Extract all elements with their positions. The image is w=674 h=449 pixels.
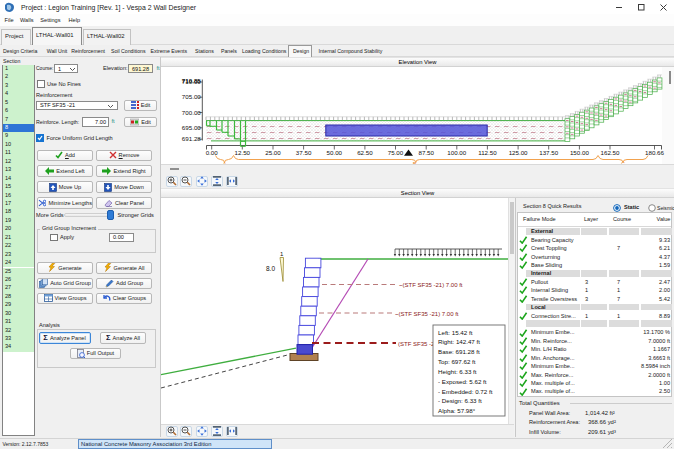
svg-text:Height: 6.33 ft: Height: 6.33 ft xyxy=(438,368,477,375)
svg-text:- Exposed: 5.62 ft: - Exposed: 5.62 ft xyxy=(438,378,487,385)
svg-text:~(STF SF35 -21) 7.00 ft: ~(STF SF35 -21) 7.00 ft xyxy=(395,311,459,317)
svg-text:62.50: 62.50 xyxy=(357,149,373,156)
svg-text:Right: 142.47 ft: Right: 142.47 ft xyxy=(438,338,480,345)
svg-text:50.00: 50.00 xyxy=(327,149,343,156)
svg-text:137.50: 137.50 xyxy=(539,149,558,156)
svg-text:180.66: 180.66 xyxy=(645,149,664,156)
svg-text:75.00: 75.00 xyxy=(388,149,404,156)
svg-text:162.50: 162.50 xyxy=(601,149,620,156)
svg-text:0.00: 0.00 xyxy=(206,149,219,156)
svg-text:Alpha: 57.98°: Alpha: 57.98° xyxy=(438,407,476,414)
svg-text:~(STF SF35 -21) 7.00 ft: ~(STF SF35 -21) 7.00 ft xyxy=(399,282,463,288)
svg-text:37.50: 37.50 xyxy=(296,149,312,156)
svg-text:87.50: 87.50 xyxy=(418,149,434,156)
svg-text:150.00: 150.00 xyxy=(570,149,589,156)
svg-text:112.50: 112.50 xyxy=(478,149,497,156)
svg-text:Left: 15.42 ft: Left: 15.42 ft xyxy=(438,329,473,336)
svg-text:- Embedded: 0.72 ft: - Embedded: 0.72 ft xyxy=(438,388,493,395)
svg-text:8.0: 8.0 xyxy=(266,265,275,272)
svg-text:691.28: 691.28 xyxy=(182,135,201,142)
svg-text:100.00: 100.00 xyxy=(447,149,466,156)
svg-text:12.50: 12.50 xyxy=(235,149,251,156)
svg-text:Base: 691.28 ft: Base: 691.28 ft xyxy=(438,348,480,355)
svg-text:700.00: 700.00 xyxy=(182,109,201,116)
svg-text:710.85: 710.85 xyxy=(182,77,201,84)
svg-text:- Design: 6.33 ft: - Design: 6.33 ft xyxy=(438,397,482,404)
svg-text:695.00: 695.00 xyxy=(182,124,201,131)
svg-text:1: 1 xyxy=(280,251,284,257)
svg-text:25.00: 25.00 xyxy=(265,149,281,156)
svg-text:Top: 697.62 ft: Top: 697.62 ft xyxy=(438,358,476,365)
svg-text:125.00: 125.00 xyxy=(509,149,528,156)
svg-text:705.00: 705.00 xyxy=(182,93,201,100)
